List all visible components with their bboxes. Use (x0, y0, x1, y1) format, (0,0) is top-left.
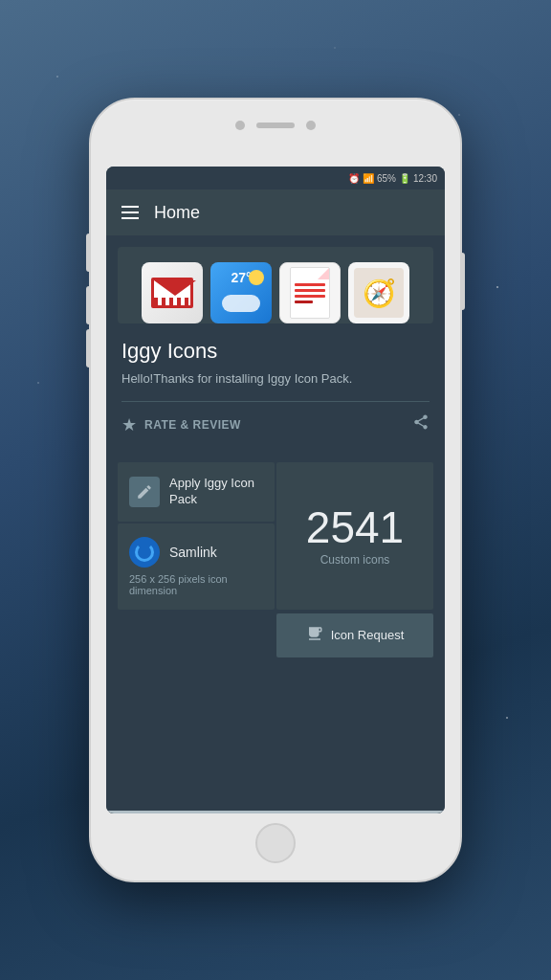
samlink-name: Samlink (169, 545, 217, 560)
pdf-line-3 (295, 295, 325, 298)
icon-shelf: 27° (118, 247, 433, 323)
battery-icon: 🔋 (399, 173, 410, 184)
samlink-icon (129, 537, 160, 568)
camera-sensor (306, 121, 316, 130)
custom-icons-label: Custom icons (320, 553, 390, 567)
content-section: Iggy Icons Hello!Thanks for installing I… (106, 323, 445, 462)
samlink-row: Samlink (129, 537, 263, 568)
hamburger-line-2 (121, 212, 139, 213)
icon-request-icon (306, 625, 323, 646)
samlink-cell: Samlink 256 x 256 pixels icon dimension (118, 523, 275, 610)
status-icons: ⏰ 📶 65% 🔋 12:30 (348, 173, 437, 184)
app-bar-title: Home (154, 203, 200, 223)
compass-bg: 🧭 (354, 268, 404, 318)
camera (235, 121, 245, 130)
pdf-document (290, 267, 330, 319)
hamburger-menu[interactable] (121, 206, 139, 219)
shelf-icon-weather: 27° (210, 262, 272, 323)
star-icon: ★ (121, 414, 137, 435)
shelf-icon-pdf (279, 262, 341, 323)
share-icon[interactable] (412, 413, 430, 435)
apply-cell[interactable]: Apply Iggy Icon Pack (118, 462, 275, 522)
phone-camera-area (235, 121, 316, 130)
shelf-icon-mail (142, 262, 203, 323)
rate-label: RATE & REVIEW (144, 418, 241, 432)
speaker (256, 122, 295, 128)
app-description: Hello!Thanks for installing Iggy Icon Pa… (121, 371, 430, 386)
custom-icons-count: 2541 (306, 505, 404, 549)
weather-cloud (222, 295, 260, 312)
samlink-dimension: 256 x 256 pixels icon dimension (129, 573, 263, 596)
bottom-grid: Apply Iggy Icon Pack 2541 Custom icons S… (106, 462, 445, 657)
weather-sun (249, 270, 264, 285)
apply-label: Apply Iggy Icon Pack (169, 476, 263, 508)
hamburger-line-1 (121, 206, 139, 208)
apply-icon (129, 477, 160, 507)
hamburger-line-3 (121, 217, 139, 219)
mail-envelope (151, 278, 193, 308)
shelf-line (106, 811, 445, 813)
pdf-line-2 (295, 289, 325, 292)
main-content: 27° (106, 235, 445, 813)
signal-icon: 📶 (363, 173, 374, 184)
mail-stripes (154, 298, 190, 305)
shelf-icon-compass: 🧭 (348, 262, 409, 323)
alarm-icon: ⏰ (348, 173, 360, 184)
rate-left: ★ RATE & REVIEW (121, 414, 241, 435)
app-bar: Home (106, 189, 445, 235)
pdf-line-4 (295, 301, 313, 303)
app-name: Iggy Icons (121, 339, 430, 364)
status-bar: ⏰ 📶 65% 🔋 12:30 (106, 167, 445, 189)
home-button[interactable] (255, 823, 296, 863)
rate-review-row[interactable]: ★ RATE & REVIEW (121, 401, 430, 447)
pdf-line-1 (295, 283, 325, 286)
icon-request-cell[interactable]: Icon Request (276, 613, 433, 657)
phone-screen: ⏰ 📶 65% 🔋 12:30 Home (106, 167, 445, 813)
battery-percent: 65% (377, 173, 396, 184)
samlink-icon-ring (135, 543, 154, 562)
phone-device: ⏰ 📶 65% 🔋 12:30 Home (89, 98, 462, 882)
time-display: 12:30 (413, 173, 437, 184)
custom-icons-cell: 2541 Custom icons (276, 462, 433, 610)
pdf-lines (295, 283, 325, 306)
icon-request-label: Icon Request (331, 628, 405, 642)
pdf-fold (318, 268, 329, 279)
